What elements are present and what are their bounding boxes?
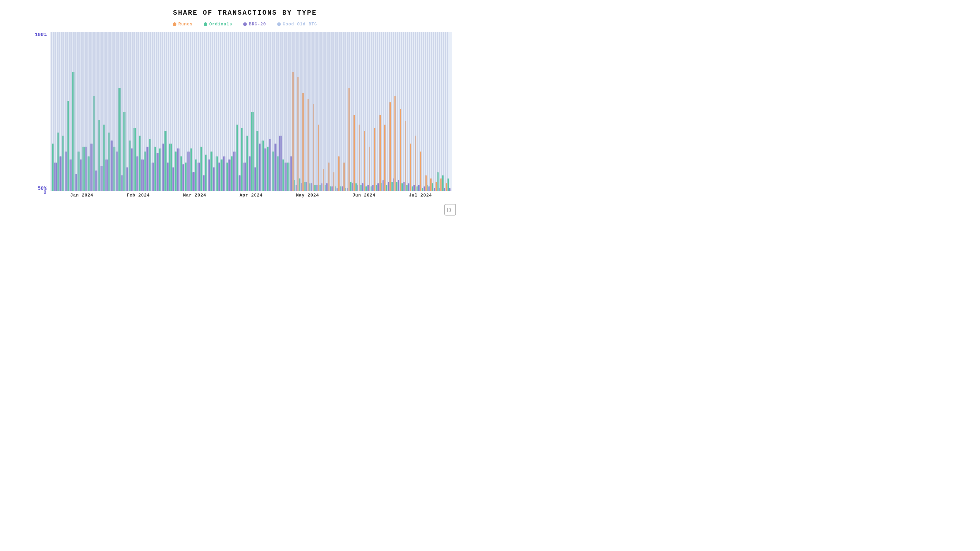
chart-background	[51, 32, 452, 191]
ordinals-dot	[204, 22, 207, 26]
x-label-jul: Jul 2024	[409, 193, 432, 198]
x-label-jan: Jan 2024	[70, 193, 94, 198]
y-label-0: 0	[43, 190, 46, 195]
chart-title: Share of Transactions by Type	[173, 9, 317, 17]
legend-brc20-label: BRC-20	[249, 22, 266, 27]
x-label-jun: Jun 2024	[353, 193, 375, 198]
brc20-dot	[243, 22, 247, 26]
legend-ordinals-label: Ordinals	[209, 22, 232, 27]
x-axis: Jan 2024 Feb 2024 Mar 2024 Apr 2024 May …	[51, 193, 452, 198]
legend-goodoldbtc: Good Old BTC	[277, 22, 317, 27]
chart-legend: Runes Ordinals BRC-20 Good Old BTC	[173, 22, 317, 27]
y-label-100: 100%	[35, 32, 46, 38]
y-axis: 100% 50%	[34, 32, 49, 191]
goodoldbtc-dot	[277, 22, 281, 26]
legend-goodoldbtc-label: Good Old BTC	[283, 22, 317, 27]
legend-runes-label: Runes	[178, 22, 192, 27]
watermark: D	[444, 203, 456, 216]
legend-brc20: BRC-20	[243, 22, 266, 27]
legend-ordinals: Ordinals	[204, 22, 232, 27]
x-label-mar: Mar 2024	[183, 193, 206, 198]
x-label-may: May 2024	[296, 193, 319, 198]
chart-inner	[51, 32, 452, 191]
svg-text:D: D	[447, 206, 452, 214]
bar-group	[445, 178, 450, 191]
x-label-feb: Feb 2024	[127, 193, 150, 198]
chart-area: 100% 50% 0 Jan 2024 Feb 2024 Mar 2024 Ap…	[34, 32, 456, 231]
x-label-apr: Apr 2024	[240, 193, 262, 198]
runes-dot	[173, 22, 177, 26]
legend-runes: Runes	[173, 22, 192, 27]
bar-brc20	[449, 188, 450, 191]
